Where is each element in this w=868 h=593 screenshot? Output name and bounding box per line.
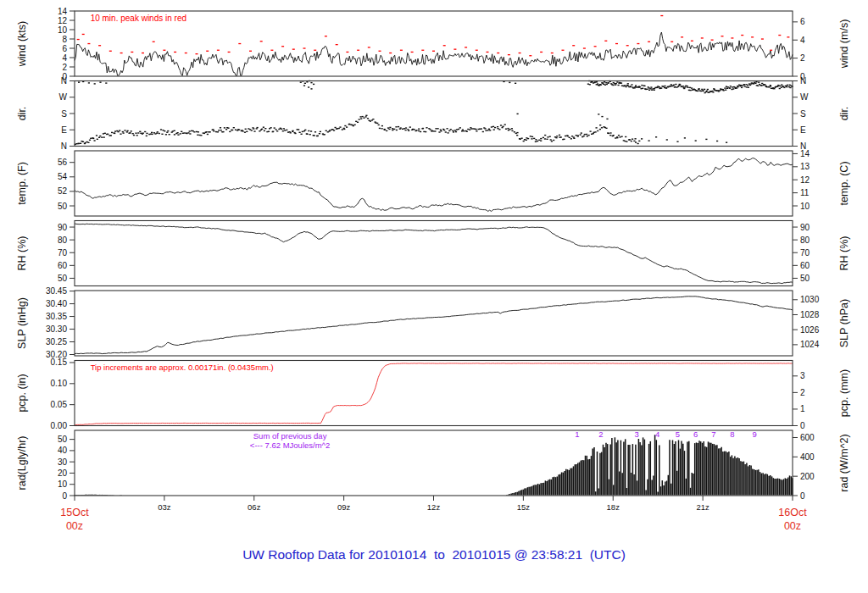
svg-text:03z: 03z [158,502,171,512]
svg-text:N: N [61,76,67,86]
svg-text:S: S [800,109,806,119]
svg-text:6: 6 [62,44,67,53]
svg-text:3: 3 [800,371,805,380]
svg-text:10: 10 [58,479,68,489]
svg-text:SLP (inHg): SLP (inHg) [16,297,28,349]
svg-text:30.40: 30.40 [46,299,67,308]
svg-text:temp. (C): temp. (C) [838,161,850,205]
svg-text:0.15: 0.15 [51,357,68,367]
svg-text:6: 6 [800,17,805,26]
svg-text:50: 50 [58,435,68,444]
svg-text:1028: 1028 [800,310,820,319]
svg-text:11: 11 [800,188,810,197]
svg-text:16Oct: 16Oct [778,507,807,518]
svg-text:00z: 00z [66,520,83,532]
svg-text:RH (%): RH (%) [16,236,28,271]
svg-text:7: 7 [711,430,715,439]
svg-text:50: 50 [58,202,68,211]
svg-text:2: 2 [598,430,603,439]
svg-text:pcp. (mm): pcp. (mm) [838,369,850,417]
svg-text:4: 4 [655,430,659,439]
svg-text:9: 9 [752,430,756,439]
svg-text:06z: 06z [248,502,261,512]
svg-text:30.35: 30.35 [46,312,67,321]
dir-direction-band [75,115,641,145]
temp-temperature [75,158,793,212]
plot-title: UW Rooftop Data for 20101014 to 20101015… [0,547,868,563]
svg-text:1024: 1024 [800,340,820,349]
panel-slp: 30.2030.2530.3030.3530.4030.451024102610… [16,286,850,359]
x-axis: 03z06z09z12z15z18z21z15Oct00z16Oct00z [60,496,807,532]
panel-rh: 50607080905060708090RH (%)RH (%) [16,221,850,286]
slp-pressure [75,296,793,354]
svg-text:0: 0 [800,491,805,501]
svg-text:4: 4 [800,36,805,45]
svg-text:50: 50 [58,274,68,283]
panel-rad: 010203040500200400600rad(Lgly/hr)rad (W/… [16,430,850,501]
svg-text:1026: 1026 [800,325,820,335]
weather-plot-canvas: 024681012140246wind (kts)wind (m/s)10 mi… [0,0,868,546]
svg-text:E: E [800,125,806,135]
svg-text:0.05: 0.05 [51,400,68,409]
svg-text:52: 52 [58,186,68,196]
dir-direction-extras [78,80,727,143]
svg-text:2: 2 [800,388,805,397]
svg-text:N: N [61,141,67,151]
svg-text:Sum of previous day: Sum of previous day [253,431,327,441]
svg-text:90: 90 [800,223,810,232]
dir-direction-band-high [587,80,793,94]
svg-text:Tip increments are approx. 0.0: Tip increments are approx. 0.00171in. (0… [91,363,274,372]
rad-solar-area [505,435,793,495]
svg-text:30.25: 30.25 [46,337,67,346]
svg-text:E: E [61,125,67,135]
svg-text:rad(Lgly/hr): rad(Lgly/hr) [16,436,28,490]
svg-text:70: 70 [58,248,68,258]
svg-text:90: 90 [58,223,68,232]
svg-text:30.45: 30.45 [46,286,67,296]
svg-text:0.00: 0.00 [51,421,68,430]
svg-text:1: 1 [800,404,805,413]
svg-text:6: 6 [693,430,698,439]
svg-text:80: 80 [800,236,810,245]
svg-text:12z: 12z [427,502,441,512]
svg-text:80: 80 [58,236,68,245]
svg-text:3: 3 [635,430,639,439]
svg-text:dir.: dir. [16,107,28,121]
svg-text:15Oct: 15Oct [60,507,89,518]
svg-text:54: 54 [58,172,68,181]
weather-dashboard: 024681012140246wind (kts)wind (m/s)10 mi… [0,0,868,593]
svg-text:12: 12 [800,175,810,185]
svg-text:5: 5 [676,430,680,439]
svg-text:RH (%): RH (%) [838,236,850,271]
panel-wind: 024681012140246wind (kts)wind (m/s)10 mi… [16,7,850,81]
svg-text:pcp. (in): pcp. (in) [16,374,28,412]
svg-text:1: 1 [575,430,579,439]
svg-text:8: 8 [730,430,734,439]
svg-text:60: 60 [58,261,68,270]
wind-mean-wind [75,32,793,75]
svg-text:50: 50 [800,274,810,283]
svg-text:8: 8 [62,35,67,44]
svg-text:200: 200 [800,472,815,481]
svg-text:wind (kts): wind (kts) [16,21,28,67]
rh-humidity [75,224,793,284]
svg-text:30: 30 [58,457,68,467]
svg-text:SLP (hPa): SLP (hPa) [838,299,850,347]
svg-text:N: N [800,76,806,86]
svg-text:1030: 1030 [800,295,820,304]
svg-text:00z: 00z [784,520,801,532]
svg-text:10: 10 [800,202,810,211]
svg-text:0: 0 [800,421,805,430]
svg-text:15z: 15z [517,502,531,512]
svg-text:wind (m/s): wind (m/s) [838,19,850,69]
svg-text:60: 60 [800,261,810,270]
svg-text:18z: 18z [607,502,620,512]
svg-text:70: 70 [800,248,810,258]
panel-temp: 505254561011121314temp. (F)temp. (C) [16,149,850,216]
svg-text:2: 2 [62,63,67,72]
svg-text:4: 4 [62,53,67,63]
svg-text:12: 12 [58,16,68,25]
svg-text:temp. (F): temp. (F) [16,162,28,205]
svg-text:13: 13 [800,162,810,171]
svg-text:21z: 21z [696,502,709,512]
